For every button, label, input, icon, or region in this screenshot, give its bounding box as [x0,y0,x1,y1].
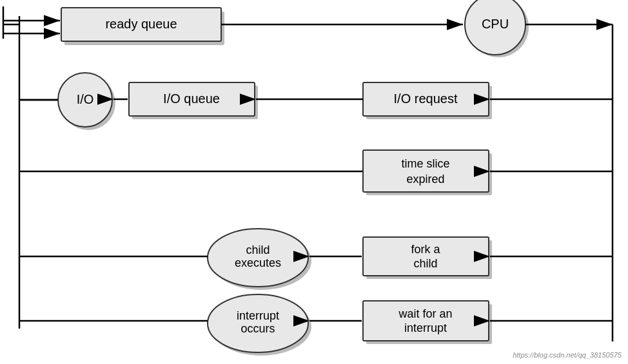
cpu-label: CPU [482,17,509,31]
interrupt-occurs-label2: occurs [240,322,275,335]
fork-child-label2: child [413,257,437,270]
time-slice-label2: expired [406,173,444,186]
svg-rect-2 [0,0,628,364]
watermark: https://blog.csdn.net/qq_38150575 [513,351,622,359]
ready-queue-label: ready queue [105,17,177,31]
time-slice-label: time slice [401,157,449,170]
svg-rect-28 [363,150,489,192]
diagram: ready queue CPU I/O I/O qu [0,0,628,364]
child-executes-label2: executes [235,256,281,269]
child-executes-label: child [246,244,270,256]
io-label: I/O [77,92,94,106]
interrupt-occurs-label: interrupt [237,309,279,322]
io-request-label: I/O request [394,91,458,106]
wait-interrupt-label2: interrupt [404,321,447,334]
wait-interrupt-label: wait for an [398,307,452,320]
io-queue-label: I/O queue [163,91,220,106]
fork-child-label: fork a [411,243,440,256]
